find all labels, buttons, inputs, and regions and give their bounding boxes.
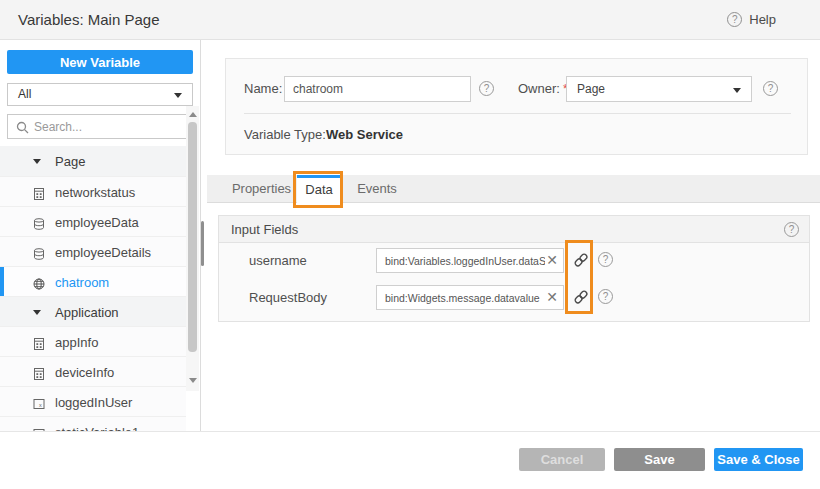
device-icon — [33, 366, 45, 378]
clear-binding-icon[interactable] — [544, 251, 560, 270]
name-help-icon[interactable] — [479, 81, 494, 96]
variables-dialog: Variables: Main Page Help New Variable A… — [0, 0, 820, 489]
owner-select[interactable]: Page — [566, 76, 752, 102]
sidebar-item-label: employeeDetails — [55, 245, 151, 260]
field-help-icon[interactable] — [598, 252, 613, 267]
scroll-up-arrow-icon[interactable] — [189, 112, 197, 117]
input-fields-help-icon[interactable] — [784, 222, 799, 237]
help-label: Help — [749, 12, 776, 27]
footer-divider — [0, 431, 820, 432]
content-scrollbar-thumb[interactable] — [201, 221, 204, 266]
filter-selected-value: All — [18, 87, 31, 101]
input-fields-panel: Input Fields username RequestBody — [218, 215, 810, 322]
input-field-row-username: username — [219, 248, 809, 274]
selected-indicator — [0, 267, 4, 297]
tab-properties[interactable]: Properties — [230, 175, 293, 203]
name-input[interactable] — [284, 76, 471, 102]
sidebar-item-deviceinfo[interactable]: deviceInfo — [0, 356, 186, 386]
page-title: Variables: Main Page — [18, 11, 159, 28]
chevron-down-icon — [733, 88, 741, 93]
scroll-down-arrow-icon[interactable] — [189, 378, 197, 383]
username-bind-input[interactable] — [377, 249, 545, 272]
cancel-button[interactable]: Cancel — [519, 448, 605, 471]
variables-list: Page networkstatus employeeData employee… — [0, 146, 201, 431]
divider — [244, 113, 791, 114]
owner-selected-value: Page — [577, 82, 605, 96]
field-label: RequestBody — [249, 290, 327, 305]
variable-filter-select[interactable]: All — [7, 83, 193, 106]
tab-events[interactable]: Events — [353, 175, 401, 203]
variable-type-label: Variable Type: — [244, 122, 326, 148]
sidebar-group-application[interactable]: Application — [0, 296, 186, 326]
input-fields-title: Input Fields — [231, 222, 298, 237]
help-button[interactable]: Help — [727, 12, 776, 27]
sidebar-item-label: loggedInUser — [55, 395, 132, 410]
dialog-header: Variables: Main Page Help — [0, 0, 820, 40]
sidebar-scrollbar-thumb[interactable] — [188, 122, 197, 352]
sidebar-item-chatroom[interactable]: chatroom — [0, 266, 186, 296]
help-icon — [727, 12, 742, 27]
sidebar-item-employeedata[interactable]: employeeData — [0, 206, 186, 236]
sidebar-item-label: deviceInfo — [55, 365, 114, 380]
owner-help-icon[interactable] — [763, 81, 778, 96]
search-box — [7, 114, 193, 139]
device-icon — [33, 336, 45, 348]
sidebar-item-label: networkstatus — [55, 185, 135, 200]
variable-summary-panel: Name:* Owner:* Page Variable Type: Web S… — [225, 58, 808, 155]
detail-tabbar: Properties Data Events — [207, 175, 820, 203]
database-icon — [33, 216, 45, 228]
variable-type-value: Web Service — [326, 122, 403, 148]
chevron-down-icon — [174, 93, 182, 98]
device-icon — [33, 186, 45, 198]
bind-value-box — [376, 248, 564, 273]
search-icon — [16, 121, 29, 134]
variables-sidebar: New Variable All Page networkstatus empl… — [0, 40, 201, 431]
tab-data[interactable]: Data — [297, 175, 341, 203]
database-icon — [33, 246, 45, 258]
bind-link-icon[interactable] — [571, 288, 591, 308]
sidebar-item-label: appInfo — [55, 335, 98, 350]
field-help-icon[interactable] — [598, 289, 613, 304]
requestbody-bind-input[interactable] — [377, 286, 545, 309]
sidebar-item-staticvariable1[interactable]: x staticVariable1 — [0, 416, 186, 431]
globe-icon — [33, 276, 45, 288]
static-variable-icon: x — [33, 396, 45, 408]
sidebar-group-label: Application — [55, 305, 119, 320]
owner-label: Owner:* — [518, 76, 568, 102]
sidebar-item-employeedetails[interactable]: employeeDetails — [0, 236, 186, 266]
sidebar-item-loggedinuser[interactable]: x loggedInUser — [0, 386, 186, 416]
new-variable-button[interactable]: New Variable — [7, 50, 193, 74]
sidebar-item-label: employeeData — [55, 215, 139, 230]
bind-link-icon[interactable] — [571, 251, 591, 271]
svg-text:x: x — [39, 402, 42, 408]
sidebar-item-label: chatroom — [55, 275, 109, 290]
caret-down-icon — [33, 310, 41, 315]
input-field-row-requestbody: RequestBody — [219, 285, 809, 311]
sidebar-item-networkstatus[interactable]: networkstatus — [0, 176, 186, 206]
save-and-close-button[interactable]: Save & Close — [714, 448, 803, 471]
sidebar-group-label: Page — [55, 154, 85, 169]
search-input[interactable] — [34, 116, 189, 137]
bind-value-box — [376, 285, 564, 310]
field-label: username — [249, 253, 307, 268]
input-fields-header: Input Fields — [219, 216, 809, 243]
caret-down-icon — [33, 159, 41, 164]
save-button[interactable]: Save — [614, 448, 705, 471]
clear-binding-icon[interactable] — [544, 288, 560, 307]
sidebar-group-page[interactable]: Page — [0, 146, 186, 176]
sidebar-item-appinfo[interactable]: appInfo — [0, 326, 186, 356]
